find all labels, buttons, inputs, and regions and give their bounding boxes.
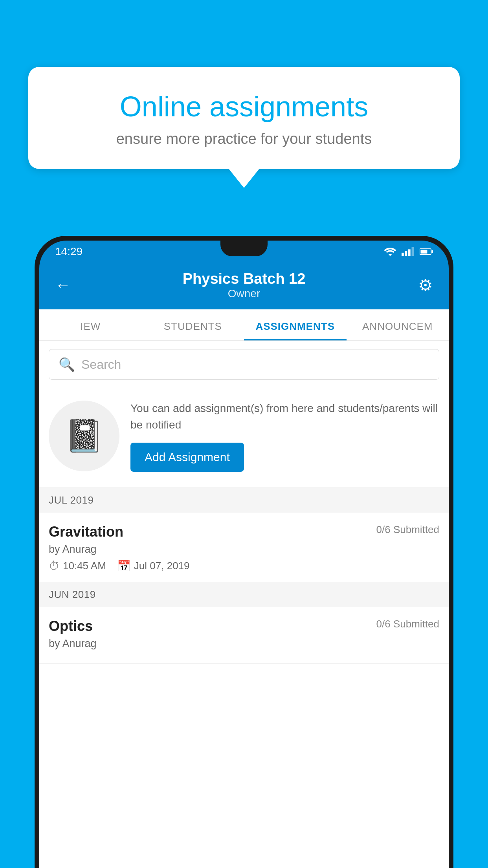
header-subtitle: Owner — [183, 287, 306, 300]
add-assignment-promo: 📓 You can add assignment(s) from here an… — [39, 388, 449, 488]
clock-icon: ⏱ — [49, 559, 60, 572]
signal-icon — [402, 247, 415, 256]
svg-rect-3 — [412, 247, 414, 256]
assignment-top-row-optics: Optics 0/6 Submitted — [49, 618, 439, 634]
bubble-subtitle: ensure more practice for your students — [56, 131, 432, 147]
speech-bubble: Online assignments ensure more practice … — [28, 67, 460, 169]
app-header: ← Physics Batch 12 Owner ⚙ — [39, 263, 449, 309]
wifi-icon — [383, 247, 397, 256]
assignment-name: Gravitation — [49, 524, 123, 540]
svg-rect-5 — [420, 250, 427, 254]
phone-frame: 14:29 — [35, 236, 453, 868]
battery-icon — [420, 247, 433, 256]
assignment-time: 10:45 AM — [63, 560, 106, 572]
tab-announcements[interactable]: ANNOUNCEM — [347, 309, 449, 340]
assignment-name-optics: Optics — [49, 618, 93, 634]
search-bar[interactable]: 🔍 Search — [49, 349, 439, 380]
assignment-top-row: Gravitation 0/6 Submitted — [49, 524, 439, 540]
assignment-submitted: 0/6 Submitted — [376, 524, 439, 536]
header-title-block: Physics Batch 12 Owner — [183, 270, 306, 300]
tab-students[interactable]: STUDENTS — [142, 309, 244, 340]
assignment-item-optics[interactable]: Optics 0/6 Submitted by Anurag — [39, 607, 449, 664]
promo-text: You can add assignment(s) from here and … — [130, 400, 439, 433]
tab-iew[interactable]: IEW — [39, 309, 142, 340]
svg-rect-0 — [402, 253, 404, 256]
svg-rect-1 — [405, 251, 407, 256]
header-title: Physics Batch 12 — [183, 270, 306, 287]
assignment-by-optics: by Anurag — [49, 638, 439, 650]
status-bar: 14:29 — [39, 241, 449, 263]
assignment-by: by Anurag — [49, 543, 439, 555]
bubble-title: Online assignments — [56, 90, 432, 123]
section-header-jun: JUN 2019 — [39, 582, 449, 607]
assignment-item-gravitation[interactable]: Gravitation 0/6 Submitted by Anurag ⏱ 10… — [39, 513, 449, 582]
search-bar-wrapper: 🔍 Search — [39, 341, 449, 388]
tabs-bar: IEW STUDENTS ASSIGNMENTS ANNOUNCEM — [39, 309, 449, 341]
svg-rect-6 — [431, 250, 433, 253]
content-area: 🔍 Search 📓 You can add assignment(s) fro… — [39, 341, 449, 868]
phone-inner: 14:29 — [39, 241, 449, 868]
speech-bubble-container: Online assignments ensure more practice … — [28, 67, 460, 169]
add-assignment-button[interactable]: Add Assignment — [130, 443, 244, 472]
search-icon: 🔍 — [59, 357, 75, 372]
assignment-time-meta: ⏱ 10:45 AM — [49, 559, 106, 572]
assignment-submitted-optics: 0/6 Submitted — [376, 618, 439, 630]
notebook-icon: 📓 — [64, 417, 104, 454]
assignment-date-meta: 📅 Jul 07, 2019 — [117, 559, 190, 572]
promo-content: You can add assignment(s) from here and … — [130, 400, 439, 472]
assignment-meta: ⏱ 10:45 AM 📅 Jul 07, 2019 — [49, 559, 439, 572]
svg-rect-2 — [408, 249, 411, 256]
assignment-date: Jul 07, 2019 — [134, 560, 190, 572]
settings-icon[interactable]: ⚙ — [413, 276, 433, 295]
notch — [220, 241, 268, 256]
back-button[interactable]: ← — [55, 276, 75, 294]
search-placeholder: Search — [81, 357, 121, 372]
section-header-jul: JUL 2019 — [39, 488, 449, 513]
status-icons — [383, 247, 433, 256]
status-time: 14:29 — [55, 245, 83, 258]
tab-assignments[interactable]: ASSIGNMENTS — [244, 309, 347, 340]
promo-icon-circle: 📓 — [49, 401, 119, 471]
calendar-icon: 📅 — [117, 559, 131, 572]
